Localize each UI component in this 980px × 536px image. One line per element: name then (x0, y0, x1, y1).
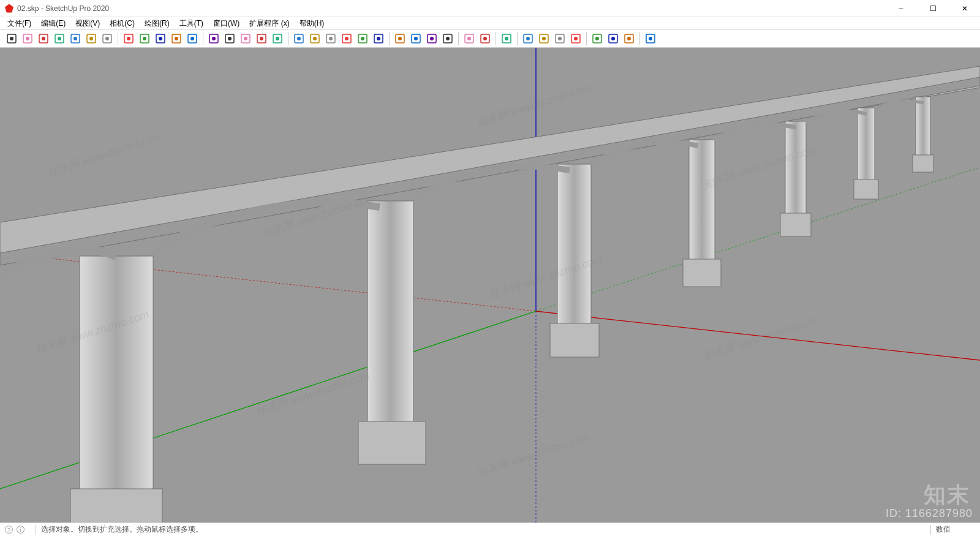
position-camera-tool[interactable] (440, 31, 456, 47)
menu-item-7[interactable]: 扩展程序 (x) (246, 17, 293, 30)
svg-rect-90 (689, 140, 715, 277)
walk-tool[interactable] (408, 31, 424, 47)
toolbar-separator (118, 32, 118, 45)
axes-tool[interactable] (270, 31, 285, 47)
zoom-tool[interactable] (339, 31, 355, 47)
rect-tool[interactable] (67, 31, 83, 47)
menu-item-2[interactable]: 视图(V) (72, 17, 104, 30)
svg-rect-89 (550, 323, 599, 357)
svg-rect-93 (780, 213, 811, 236)
pushpull-tool[interactable] (99, 31, 115, 47)
svg-point-49 (414, 37, 418, 40)
scale-tool[interactable] (153, 31, 168, 47)
svg-point-23 (190, 37, 194, 40)
svg-line-81 (536, 167, 980, 311)
toolbar-separator (288, 32, 288, 45)
eraser-tool[interactable] (20, 31, 36, 47)
svg-text:知末网 www.znzmo.com: 知末网 www.znzmo.com (475, 431, 592, 479)
zoom-window-tool[interactable] (371, 31, 386, 47)
svg-point-41 (345, 37, 349, 40)
status-separator (36, 525, 36, 535)
move-tool[interactable] (121, 31, 137, 47)
menu-item-6[interactable]: 窗口(W) (209, 17, 243, 30)
cloud-tool-1[interactable] (520, 31, 536, 47)
svg-point-13 (105, 37, 109, 40)
svg-point-27 (228, 37, 232, 40)
svg-point-69 (595, 37, 599, 40)
line-tool[interactable] (36, 31, 51, 47)
svg-point-73 (627, 37, 631, 40)
svg-point-29 (244, 37, 247, 40)
status-icons: ? i (5, 526, 24, 534)
toolbar (0, 29, 980, 48)
svg-point-71 (611, 37, 615, 40)
rotate-tool[interactable] (137, 31, 153, 47)
toolbar-separator (389, 32, 390, 45)
svg-rect-97 (913, 155, 933, 172)
menu-item-0[interactable]: 文件(F) (4, 17, 35, 30)
menubar: 文件(F)编辑(E)视图(V)相机(C)绘图(R)工具(T)窗口(W)扩展程序 … (0, 17, 980, 29)
menu-item-4[interactable]: 绘图(R) (141, 17, 173, 30)
tape-tool[interactable] (206, 31, 222, 47)
select-tool[interactable] (4, 31, 20, 47)
style-tool[interactable] (605, 31, 621, 47)
look-tool[interactable] (424, 31, 440, 47)
account-tool[interactable] (499, 31, 514, 47)
svg-point-51 (430, 37, 434, 40)
svg-point-19 (159, 37, 162, 40)
offset-tool[interactable] (168, 31, 184, 47)
svg-point-33 (276, 37, 279, 40)
cloud-tool-4[interactable] (568, 31, 584, 47)
info-icon[interactable]: i (17, 526, 24, 534)
close-button[interactable]: ✕ (954, 2, 975, 15)
arc-tool[interactable] (51, 31, 67, 47)
menu-item-8[interactable]: 帮助(H) (296, 17, 328, 30)
menu-item-3[interactable]: 相机(C) (106, 17, 138, 30)
svg-point-75 (649, 37, 652, 40)
watermark-logo: 知末 (924, 480, 970, 510)
svg-rect-86 (368, 201, 413, 452)
layout-tool[interactable] (589, 31, 605, 47)
svg-point-63 (542, 37, 546, 40)
svg-text:知末网 www.znzmo.com: 知末网 www.znzmo.com (46, 130, 163, 179)
help-icon[interactable]: ? (5, 526, 13, 534)
svg-point-17 (143, 37, 146, 40)
zoom-extents-tool[interactable] (355, 31, 371, 47)
toolbar-separator (496, 32, 496, 45)
orbit-tool[interactable] (307, 31, 323, 47)
vray-tool[interactable] (643, 31, 658, 47)
followme-tool[interactable] (184, 31, 200, 47)
circle-tool[interactable] (83, 31, 99, 47)
menu-item-5[interactable]: 工具(T) (176, 17, 207, 30)
value-label: 数值 (936, 524, 975, 535)
menu-item-1[interactable]: 编辑(E) (37, 17, 69, 30)
svg-rect-91 (683, 259, 721, 287)
toolbar-separator (203, 32, 203, 45)
svg-point-15 (127, 37, 130, 40)
maximize-button[interactable]: ☐ (922, 2, 943, 15)
viewport[interactable]: 知末网 www.znzmo.com 知末网 www.znzmo.com 知末网 … (0, 48, 980, 523)
svg-point-21 (175, 37, 178, 40)
status-hint: 选择对象。切换到扩充选择。拖动鼠标选择多项。 (41, 524, 925, 535)
titlebar: 02.skp - SketchUp Pro 2020 – ☐ ✕ (0, 0, 980, 17)
scene-tool[interactable] (621, 31, 637, 47)
protractor-tool[interactable] (254, 31, 270, 47)
svg-rect-87 (358, 421, 426, 464)
dimension-tool[interactable] (222, 31, 238, 47)
text-tool[interactable] (238, 31, 254, 47)
svg-point-57 (483, 37, 487, 40)
minimize-button[interactable]: – (891, 2, 911, 15)
app-icon (5, 4, 13, 13)
cloud-tool-3[interactable] (552, 31, 568, 47)
axes-overlay: 知末网 www.znzmo.com 知末网 www.znzmo.com 知末网 … (0, 48, 980, 523)
svg-text:知末网 www.znzmo.com: 知末网 www.znzmo.com (254, 369, 371, 418)
paint-tool[interactable] (291, 31, 307, 47)
cloud-tool-2[interactable] (536, 31, 552, 47)
svg-point-39 (329, 37, 333, 40)
svg-point-11 (89, 37, 93, 40)
extwarehouse-tool[interactable] (477, 31, 493, 47)
svg-point-3 (26, 37, 29, 40)
pan-tool[interactable] (323, 31, 339, 47)
section-tool[interactable] (392, 31, 408, 47)
warehouse-tool[interactable] (461, 31, 477, 47)
